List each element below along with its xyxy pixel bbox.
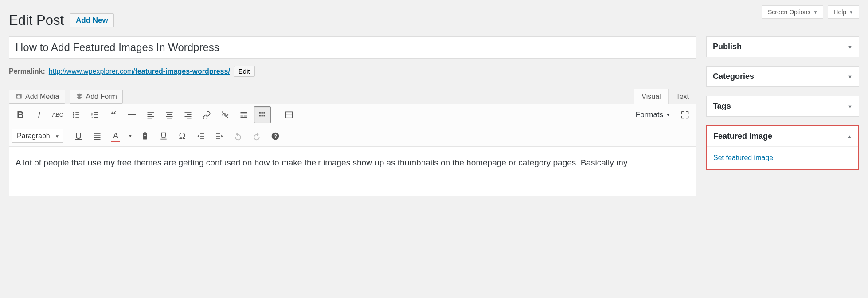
text-color-button[interactable]: A (107, 128, 124, 145)
numbered-list-button[interactable]: 123 (86, 106, 103, 123)
svg-rect-49 (200, 138, 204, 139)
svg-rect-22 (185, 116, 192, 117)
permalink-base: http://www.wpexplorer.com/ (49, 67, 135, 75)
svg-rect-15 (148, 118, 152, 118)
permalink-link[interactable]: http://www.wpexplorer.com/featured-image… (49, 67, 230, 75)
svg-rect-20 (185, 112, 192, 113)
svg-rect-39 (94, 133, 101, 134)
add-form-button[interactable]: Add Form (70, 90, 123, 104)
align-center-button[interactable] (161, 106, 178, 123)
caret-down-icon: ▼ (813, 10, 817, 15)
svg-rect-29 (241, 117, 247, 118)
add-media-button[interactable]: Add Media (9, 90, 65, 104)
svg-rect-51 (216, 136, 220, 137)
svg-rect-42 (94, 139, 101, 140)
categories-title: Categories (713, 72, 754, 81)
svg-rect-9 (94, 114, 98, 115)
table-button[interactable] (281, 106, 297, 123)
special-char-button[interactable]: Ω (174, 128, 191, 145)
svg-rect-31 (262, 112, 263, 113)
underline-button[interactable]: U (70, 128, 87, 145)
categories-panel-toggle[interactable]: Categories ▼ (707, 67, 859, 86)
svg-rect-14 (148, 116, 154, 117)
svg-rect-34 (262, 115, 263, 116)
help-icon-button[interactable]: ? (267, 128, 284, 145)
tags-title: Tags (713, 102, 731, 111)
svg-rect-26 (241, 113, 247, 114)
add-new-button[interactable]: Add New (70, 13, 114, 27)
align-left-button[interactable] (142, 106, 159, 123)
outdent-button[interactable] (192, 128, 209, 145)
screen-options-button[interactable]: Screen Options▼ (762, 5, 823, 19)
caret-down-icon: ▼ (848, 74, 852, 79)
svg-point-0 (73, 112, 74, 113)
help-button[interactable]: Help▼ (828, 5, 859, 19)
italic-button[interactable]: I (31, 106, 47, 123)
paste-text-button[interactable]: T (137, 128, 153, 145)
caret-up-icon: ▲ (847, 134, 852, 139)
formats-label: Formats (636, 110, 663, 119)
indent-button[interactable] (211, 128, 228, 145)
add-form-label: Add Form (86, 93, 117, 101)
screen-options-label: Screen Options (768, 8, 811, 16)
editor-body[interactable]: A lot of people that use my free themes … (9, 147, 696, 196)
svg-rect-19 (167, 118, 172, 118)
formats-dropdown[interactable]: Formats▼ (631, 110, 675, 119)
svg-text:?: ? (274, 133, 277, 139)
svg-rect-1 (75, 112, 79, 113)
caret-down-icon: ▼ (848, 44, 852, 50)
strikethrough-button[interactable]: ABC (49, 106, 66, 123)
undo-button[interactable] (230, 128, 246, 145)
svg-rect-52 (216, 138, 220, 139)
svg-rect-7 (94, 112, 98, 113)
permalink-label: Permalink: (9, 67, 45, 75)
svg-rect-25 (241, 112, 247, 113)
categories-panel: Categories ▼ (706, 66, 859, 87)
clear-formatting-button[interactable] (155, 128, 172, 145)
svg-rect-13 (148, 114, 152, 115)
svg-rect-30 (259, 112, 261, 113)
publish-panel-toggle[interactable]: Publish ▼ (707, 37, 859, 57)
post-title-input[interactable] (9, 36, 696, 59)
unlink-button[interactable] (217, 106, 234, 123)
svg-rect-47 (200, 133, 204, 134)
set-featured-image-link[interactable]: Set featured image (713, 154, 773, 161)
read-more-button[interactable] (235, 106, 252, 123)
svg-rect-3 (75, 114, 79, 115)
block-format-select[interactable]: Paragraph (12, 129, 63, 143)
featured-image-title: Featured Image (713, 132, 772, 141)
bullet-list-button[interactable] (68, 106, 85, 123)
toolbar-toggle-button[interactable] (254, 106, 271, 123)
featured-image-panel-toggle[interactable]: Featured Image ▲ (707, 126, 858, 146)
tags-panel-toggle[interactable]: Tags ▼ (707, 96, 859, 116)
caret-down-icon: ▼ (848, 104, 852, 109)
svg-point-4 (73, 116, 74, 118)
tab-text[interactable]: Text (669, 89, 696, 104)
svg-rect-21 (187, 114, 192, 115)
align-right-button[interactable] (180, 106, 196, 123)
svg-rect-17 (167, 114, 172, 115)
bold-button[interactable]: B (12, 106, 29, 123)
form-icon (75, 93, 83, 101)
svg-rect-35 (264, 115, 265, 116)
redo-button[interactable] (248, 128, 265, 145)
hr-button[interactable] (124, 106, 141, 123)
svg-rect-50 (216, 133, 220, 134)
help-label: Help (833, 8, 846, 16)
svg-rect-28 (244, 115, 247, 116)
svg-rect-48 (200, 136, 204, 137)
fullscreen-button[interactable] (676, 106, 693, 123)
svg-text:3: 3 (91, 116, 93, 119)
justify-button[interactable] (89, 128, 106, 145)
svg-rect-12 (148, 112, 154, 113)
text-color-dropdown[interactable]: ▼ (126, 128, 135, 145)
tags-panel: Tags ▼ (706, 96, 859, 117)
publish-title: Publish (713, 42, 742, 51)
svg-rect-11 (94, 117, 98, 118)
edit-slug-button[interactable]: Edit (234, 66, 255, 77)
svg-rect-32 (264, 112, 265, 113)
tab-visual[interactable]: Visual (634, 89, 668, 104)
blockquote-button[interactable]: “ (105, 106, 122, 123)
svg-rect-40 (94, 135, 101, 136)
link-button[interactable] (198, 106, 215, 123)
